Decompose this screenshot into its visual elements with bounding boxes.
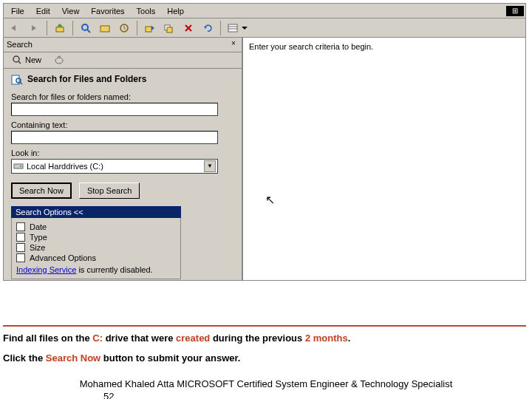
page-number: 52: [103, 391, 532, 399]
menu-tools[interactable]: Tools: [131, 5, 162, 17]
search-pane-sub: New: [4, 52, 242, 69]
indexing-suffix: is currently disabled.: [76, 265, 152, 274]
advanced-label: Advanced Options: [30, 253, 96, 262]
svg-rect-0: [56, 27, 64, 32]
up-button[interactable]: [52, 20, 68, 36]
results-pane: Enter your search criteria to begin. ↖: [243, 38, 525, 280]
mouse-cursor-icon: ↖: [265, 193, 275, 207]
indexing-line: Indexing Service is currently disabled.: [16, 265, 176, 274]
menu-view[interactable]: View: [56, 5, 86, 17]
undo-icon[interactable]: [200, 20, 216, 36]
search-body: Search for Files and Folders Search for …: [4, 69, 242, 280]
svg-rect-7: [167, 27, 172, 33]
option-date-row: Date: [16, 222, 176, 231]
size-checkbox[interactable]: [16, 243, 25, 252]
lookin-label: Look in:: [11, 149, 234, 157]
new-icon: [12, 55, 22, 65]
search-now-button[interactable]: Search Now: [11, 183, 72, 199]
divider: [3, 325, 526, 327]
lookin-dropdown[interactable]: Local Harddrives (C:) ▼: [11, 159, 218, 174]
containing-text-input[interactable]: [11, 131, 218, 144]
search-pane-header: Search ×: [4, 38, 242, 52]
svg-line-2: [87, 30, 90, 33]
explorer-window: File Edit View Favorites Tools Help ⊞ Se…: [3, 3, 526, 281]
windows-flag-icon: ⊞: [506, 6, 524, 16]
svg-point-18: [20, 166, 21, 167]
footer-text: Mohamed Khaled Atta MICROSOFT Certified …: [80, 378, 453, 389]
close-pane-button[interactable]: ×: [228, 39, 239, 50]
text-field-label: Containing text:: [11, 120, 234, 129]
svg-line-12: [18, 61, 21, 64]
footer: Mohamed Khaled Atta MICROSOFT Certified …: [0, 378, 532, 399]
svg-point-1: [82, 24, 88, 30]
date-label: Date: [30, 222, 47, 231]
views-icon[interactable]: [225, 20, 249, 36]
search-pane-title: Search: [7, 40, 228, 49]
lookin-value: Local Harddrives (C:): [27, 162, 204, 171]
search-options-body: Date Type Size Advanced Options: [11, 218, 181, 279]
folders-icon[interactable]: [97, 20, 113, 36]
drive-icon: [13, 161, 24, 171]
svg-rect-17: [14, 164, 23, 168]
size-label: Size: [30, 243, 45, 252]
section-title-text: Search for Files and Folders: [27, 74, 146, 84]
date-checkbox[interactable]: [16, 222, 25, 231]
new-search-button[interactable]: New: [7, 53, 47, 66]
toolbar: [4, 18, 525, 38]
instructions-block: Find all files on the C: drive that were…: [3, 325, 526, 364]
search-section-title: Search for Files and Folders: [11, 73, 234, 85]
svg-rect-3: [100, 26, 109, 32]
chevron-down-icon[interactable]: ▼: [204, 160, 216, 172]
svg-line-16: [20, 82, 22, 84]
search-pane: Search × New Search for Files and Folder…: [4, 38, 243, 280]
customize-icon[interactable]: [51, 52, 67, 68]
search-icon[interactable]: [78, 20, 94, 36]
svg-rect-5: [146, 27, 151, 32]
indexing-service-link[interactable]: Indexing Service: [16, 265, 76, 274]
name-field-label: Search for files or folders named:: [11, 92, 234, 101]
stop-search-button[interactable]: Stop Search: [79, 183, 140, 199]
type-checkbox[interactable]: [16, 233, 25, 242]
menu-favorites[interactable]: Favorites: [85, 5, 130, 17]
main-area: Search × New Search for Files and Folder…: [4, 38, 525, 280]
filename-input[interactable]: [11, 103, 218, 116]
menu-help[interactable]: Help: [161, 5, 190, 17]
move-to-icon[interactable]: [142, 20, 158, 36]
new-label: New: [25, 55, 41, 64]
copy-to-icon[interactable]: [161, 20, 177, 36]
delete-icon[interactable]: [180, 20, 197, 36]
option-advanced-row: Advanced Options: [16, 253, 176, 262]
svg-point-13: [55, 58, 63, 64]
menu-file[interactable]: File: [5, 5, 30, 17]
type-label: Type: [30, 233, 47, 242]
instruction-line-2: Click the Search Now button to submit yo…: [3, 352, 526, 364]
svg-rect-8: [228, 24, 237, 32]
svg-point-11: [13, 56, 19, 62]
back-button[interactable]: [7, 20, 23, 36]
instruction-line-1: Find all files on the C: drive that were…: [3, 332, 526, 344]
menu-edit[interactable]: Edit: [30, 5, 56, 17]
search-options-header[interactable]: Search Options <<: [11, 206, 181, 218]
advanced-checkbox[interactable]: [16, 253, 25, 262]
menubar: File Edit View Favorites Tools Help ⊞: [4, 4, 525, 18]
option-size-row: Size: [16, 243, 176, 252]
results-prompt: Enter your search criteria to begin.: [249, 42, 519, 51]
search-files-icon: [11, 73, 23, 85]
forward-button[interactable]: [26, 20, 42, 36]
option-type-row: Type: [16, 233, 176, 242]
history-icon[interactable]: [116, 20, 132, 36]
